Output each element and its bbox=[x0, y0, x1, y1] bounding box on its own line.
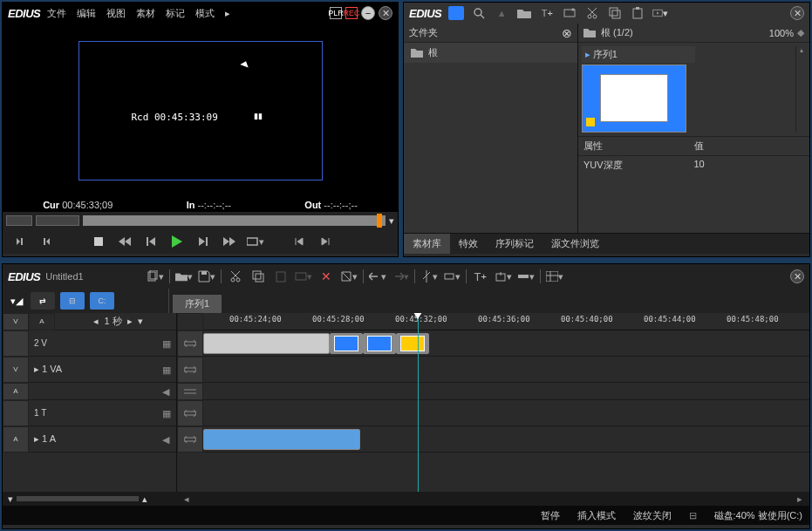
render-icon[interactable]: ▾ bbox=[517, 268, 535, 285]
playhead[interactable] bbox=[418, 313, 419, 492]
patch-1t[interactable] bbox=[177, 400, 203, 426]
menu-mode[interactable]: 模式 bbox=[192, 7, 218, 20]
track-1va-mute-v[interactable]: V bbox=[3, 357, 29, 383]
trim-icon[interactable]: ▾ bbox=[443, 268, 461, 285]
patch-1a[interactable] bbox=[177, 426, 203, 453]
prev-frame-button[interactable] bbox=[142, 234, 160, 249]
track-2v-mute[interactable] bbox=[3, 330, 29, 357]
clip-block[interactable] bbox=[203, 333, 330, 354]
video-icon[interactable]: ▦ bbox=[162, 338, 173, 349]
audio-icon[interactable]: ◀ bbox=[162, 386, 173, 397]
lane-1t[interactable] bbox=[203, 400, 809, 426]
lane-2v[interactable] bbox=[203, 330, 809, 357]
redo-icon[interactable]: ▾ bbox=[392, 268, 409, 285]
copy-icon[interactable] bbox=[249, 268, 267, 285]
track-v-patch[interactable]: V bbox=[3, 313, 29, 330]
in-value[interactable]: --:--:--;-- bbox=[198, 200, 231, 210]
tab-marker[interactable]: 序列标记 bbox=[487, 234, 542, 254]
new-seq-icon[interactable] bbox=[562, 5, 577, 21]
rec-button[interactable]: REC bbox=[345, 7, 358, 19]
scrub-marker[interactable] bbox=[377, 214, 382, 228]
up-folder-icon[interactable]: ▲ bbox=[494, 5, 509, 21]
layout-icon[interactable]: ▾ bbox=[546, 268, 563, 285]
open-icon[interactable]: ▾ bbox=[175, 268, 193, 285]
mode-sync-button[interactable]: C: bbox=[90, 292, 114, 310]
replace-icon[interactable]: ▾ bbox=[295, 268, 312, 285]
scrub-menu-icon[interactable]: ▾ bbox=[389, 215, 394, 227]
audio-icon[interactable]: ◀ bbox=[162, 434, 173, 445]
menu-clip[interactable]: 素材 bbox=[133, 7, 159, 20]
patch-1va-a[interactable] bbox=[177, 383, 203, 400]
next-frame-button[interactable] bbox=[194, 234, 212, 249]
close-icon[interactable]: ✕ bbox=[379, 6, 392, 20]
ripple-delete-icon[interactable]: ▾ bbox=[340, 268, 358, 285]
rewind-button[interactable] bbox=[116, 234, 133, 249]
cut-icon[interactable] bbox=[227, 268, 244, 285]
timeline-tracks[interactable]: 00:45:24;00 00:45:28;00 00:45:32;00 00:4… bbox=[203, 313, 809, 492]
cur-value[interactable]: 00:45:33;09 bbox=[62, 200, 113, 210]
minimize-icon[interactable]: − bbox=[361, 6, 375, 20]
timeline-ruler[interactable]: 00:45:24;00 00:45:28;00 00:45:32;00 00:4… bbox=[203, 313, 809, 330]
clip-block[interactable] bbox=[330, 333, 363, 354]
fast-forward-button[interactable] bbox=[221, 234, 238, 249]
next-edit-button[interactable] bbox=[317, 234, 334, 249]
save-icon[interactable]: ▾ bbox=[198, 268, 215, 285]
scrub-seg-2[interactable] bbox=[36, 215, 79, 226]
menu-file[interactable]: 文件 bbox=[44, 7, 70, 20]
set-out-button[interactable] bbox=[38, 234, 55, 249]
track-1va-mute-a[interactable]: A bbox=[3, 383, 29, 400]
track-1a-mute[interactable]: A bbox=[3, 426, 29, 453]
sequence-tab[interactable]: 序列1 bbox=[173, 295, 222, 313]
scroll-left-icon[interactable]: ◂ bbox=[177, 494, 196, 505]
patch-1va-v[interactable] bbox=[177, 357, 203, 383]
stop-button[interactable] bbox=[90, 234, 107, 249]
clip-block[interactable] bbox=[363, 333, 396, 354]
prop-row[interactable]: YUV深度 10 bbox=[578, 156, 809, 174]
play-button[interactable] bbox=[168, 234, 186, 249]
paste-icon[interactable] bbox=[630, 5, 645, 21]
paste-icon[interactable] bbox=[272, 268, 290, 285]
track-a-patch[interactable]: A bbox=[29, 313, 55, 330]
mode-insert-button[interactable]: ⇄ bbox=[31, 292, 55, 310]
search-icon[interactable] bbox=[471, 5, 487, 21]
tab-browser[interactable]: 源文件浏览 bbox=[542, 234, 608, 254]
folder-view-icon[interactable] bbox=[448, 5, 464, 21]
zoom-value[interactable]: 100% bbox=[769, 28, 794, 38]
track-1va-label[interactable]: ▸ 1 VA bbox=[29, 364, 162, 375]
zoom-out-icon[interactable]: ▾ bbox=[8, 494, 13, 505]
menu-more-icon[interactable]: ▸ bbox=[222, 8, 234, 19]
track-2v-label[interactable]: 2 V bbox=[29, 338, 162, 348]
lane-1va-v[interactable] bbox=[203, 357, 809, 383]
lane-1va-a[interactable] bbox=[203, 383, 809, 400]
scroll-right-icon[interactable]: ▸ bbox=[790, 494, 809, 505]
mode-normal-icon[interactable]: ▾◢ bbox=[8, 292, 25, 310]
video-icon[interactable]: ▦ bbox=[162, 408, 173, 419]
menu-marker[interactable]: 标记 bbox=[162, 7, 188, 20]
zoom-label[interactable]: 1 秒 bbox=[104, 315, 121, 328]
plr-button[interactable]: PLR bbox=[330, 7, 342, 19]
loop-button[interactable]: ▾ bbox=[247, 234, 264, 249]
track-1t-label[interactable]: 1 T bbox=[29, 408, 162, 418]
open-folder-icon[interactable] bbox=[516, 5, 532, 21]
export-icon[interactable]: ▾ bbox=[652, 5, 668, 21]
timeline-hscroll[interactable]: ▾ ▴ ◂ ▸ bbox=[3, 492, 809, 506]
cut-icon[interactable] bbox=[584, 5, 600, 21]
zoom-slider[interactable] bbox=[17, 496, 139, 501]
undo-icon[interactable]: ▾ bbox=[369, 268, 386, 285]
delete-icon[interactable]: ✕ bbox=[317, 268, 335, 285]
menu-view[interactable]: 视图 bbox=[103, 7, 129, 20]
patch-2v[interactable] bbox=[177, 330, 203, 357]
lane-1a[interactable] bbox=[203, 426, 809, 453]
scrub-seg-1[interactable] bbox=[6, 215, 32, 226]
menu-edit[interactable]: 编辑 bbox=[73, 7, 99, 20]
title-icon[interactable]: T+ bbox=[472, 268, 489, 285]
copy-icon[interactable] bbox=[607, 5, 623, 21]
scrollbar[interactable]: ▴ bbox=[795, 46, 806, 133]
folder-close-icon[interactable]: ⊗ bbox=[562, 26, 572, 40]
prev-edit-button[interactable] bbox=[290, 234, 308, 249]
zoom-slider-icon[interactable]: ◆ bbox=[797, 27, 804, 38]
tab-effect[interactable]: 特效 bbox=[450, 234, 487, 254]
tab-bin[interactable]: 素材库 bbox=[404, 234, 450, 254]
track-1a-label[interactable]: ▸ 1 A bbox=[29, 433, 162, 445]
capture-icon[interactable]: ▾ bbox=[495, 268, 512, 285]
